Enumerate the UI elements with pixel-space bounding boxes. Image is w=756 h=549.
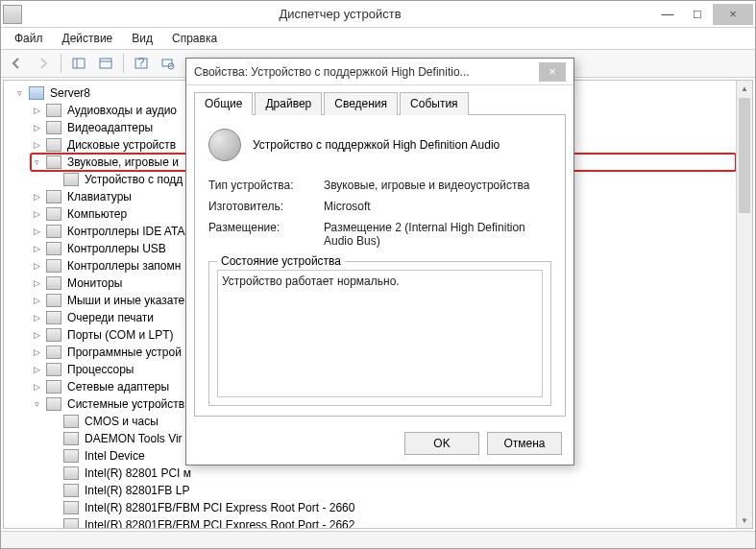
device-status-text[interactable]	[217, 270, 543, 397]
tab-details[interactable]: Сведения	[324, 92, 398, 115]
svg-rect-6	[162, 60, 172, 66]
svg-text:?: ?	[138, 56, 145, 69]
device-icon	[63, 415, 79, 428]
tree-item-label: Контроллеры IDE ATA	[65, 223, 186, 240]
tree-item-label: Intel(R) 82801FB/FBM PCI Express Root Po…	[83, 516, 356, 528]
device-category-icon	[46, 104, 61, 117]
scroll-up-icon[interactable]: ▲	[737, 81, 752, 96]
tab-general[interactable]: Общие	[194, 92, 253, 115]
device-category-icon	[46, 380, 61, 394]
tree-item-label: Контроллеры USB	[65, 240, 168, 257]
menu-action[interactable]: Действие	[55, 30, 121, 47]
status-legend: Состояние устройства	[217, 254, 345, 268]
tree-item-label: Intel(R) 82801FB/FBM PCI Express Root Po…	[83, 499, 356, 516]
expand-icon[interactable]: ▿	[31, 395, 42, 413]
device-category-icon	[46, 311, 61, 324]
expand-icon[interactable]: ▷	[31, 292, 42, 309]
device-icon	[63, 484, 79, 497]
expand-icon[interactable]: ▷	[31, 326, 42, 344]
manufacturer-label: Изготовитель:	[208, 200, 324, 213]
device-category-icon	[46, 190, 61, 203]
tree-item-label: Сетевые адаптеры	[65, 378, 171, 395]
expand-icon[interactable]: ▷	[31, 344, 42, 361]
expand-icon[interactable]: ▷	[31, 361, 42, 378]
tree-item-label: Клавиатуры	[65, 188, 134, 205]
device-icon	[63, 466, 79, 480]
scroll-thumb[interactable]	[739, 98, 750, 213]
tree-item-label: Звуковые, игровые и	[65, 154, 181, 171]
tree-device[interactable]: Intel(R) 82801FB LP	[48, 482, 736, 499]
properties-dialog: Свойства: Устройство с поддержкой High D…	[185, 58, 574, 465]
ok-button[interactable]: OK	[404, 432, 479, 455]
expand-icon[interactable]: ▿	[13, 84, 25, 102]
svg-rect-0	[73, 59, 85, 68]
location-label: Размещение:	[208, 221, 324, 248]
expand-icon[interactable]: ▷	[31, 188, 42, 205]
tree-item-label: Intel(R) 82801 PCI м	[83, 465, 193, 482]
tree-device[interactable]: Intel(R) 82801 PCI м	[48, 465, 736, 482]
expand-icon[interactable]: ▷	[31, 378, 42, 395]
dialog-titlebar: Свойства: Устройство с поддержкой High D…	[186, 59, 573, 85]
tree-item-label: Устройство с подд	[83, 171, 184, 188]
vertical-scrollbar[interactable]: ▲ ▼	[736, 81, 752, 528]
expand-icon[interactable]: ▷	[31, 223, 42, 240]
expand-icon[interactable]: ▷	[31, 119, 42, 136]
expand-icon[interactable]: ▷	[31, 240, 42, 257]
scan-hardware-button[interactable]	[157, 52, 180, 75]
maximize-button[interactable]: □	[683, 4, 712, 25]
tree-item-label: Видеоадаптеры	[65, 119, 155, 136]
device-icon	[63, 173, 79, 186]
app-icon	[3, 5, 22, 24]
expand-icon[interactable]: ▷	[31, 136, 42, 154]
device-category-icon	[46, 397, 61, 411]
expand-icon[interactable]: ▷	[31, 257, 42, 274]
minimize-button[interactable]: —	[653, 4, 682, 25]
expand-icon[interactable]: ▷	[31, 102, 42, 119]
show-hide-tree-button[interactable]	[67, 52, 90, 75]
expand-icon[interactable]: ▿	[31, 154, 42, 171]
tree-device[interactable]: Intel(R) 82801FB/FBM PCI Express Root Po…	[48, 499, 736, 516]
device-category-icon	[46, 328, 61, 342]
tree-item-label: Системные устройств	[65, 395, 186, 413]
window-title: Диспетчер устройств	[28, 7, 652, 21]
tab-events[interactable]: События	[400, 92, 469, 115]
svg-rect-2	[100, 59, 111, 68]
device-category-icon	[46, 155, 61, 169]
tree-device[interactable]: Intel(R) 82801FB/FBM PCI Express Root Po…	[48, 516, 736, 528]
tree-item-label: CMOS и часы	[83, 413, 160, 430]
properties-button[interactable]	[94, 52, 117, 75]
computer-icon	[29, 86, 44, 100]
tree-item-label: Дисковые устройств	[65, 136, 178, 154]
expand-icon[interactable]: ▷	[31, 309, 42, 326]
menu-help[interactable]: Справка	[164, 30, 225, 47]
tree-item-label: Порты (COM и LPT)	[65, 326, 176, 344]
close-button[interactable]: ×	[713, 4, 753, 25]
expand-icon[interactable]: ▷	[31, 274, 42, 292]
device-icon	[63, 501, 79, 514]
device-category-icon	[46, 346, 61, 359]
forward-button[interactable]	[32, 52, 55, 75]
device-category-icon	[46, 121, 61, 134]
tree-item-label: Компьютер	[65, 205, 129, 223]
speaker-icon	[208, 129, 241, 161]
scroll-down-icon[interactable]: ▼	[737, 513, 752, 528]
dialog-close-button[interactable]: ×	[539, 62, 566, 82]
help-button[interactable]: ?	[130, 52, 153, 75]
device-category-icon	[46, 363, 61, 376]
manufacturer-value: Microsoft	[324, 200, 551, 213]
statusbar	[1, 531, 755, 548]
menu-file[interactable]: Файл	[7, 30, 51, 47]
expand-icon[interactable]: ▷	[31, 205, 42, 223]
location-value: Размещение 2 (Internal High Definition A…	[324, 221, 551, 248]
back-button[interactable]	[5, 52, 28, 75]
device-icon	[63, 432, 79, 445]
tree-item-label: DAEMON Tools Vir	[83, 430, 184, 447]
menubar: Файл Действие Вид Справка	[1, 28, 755, 49]
type-value: Звуковые, игровые и видеоустройства	[324, 179, 551, 192]
device-status-group: Состояние устройства	[208, 261, 551, 406]
tab-driver[interactable]: Драйвер	[255, 92, 322, 115]
cancel-button[interactable]: Отмена	[487, 432, 562, 455]
menu-view[interactable]: Вид	[124, 30, 160, 47]
device-icon	[63, 449, 79, 463]
device-category-icon	[46, 242, 61, 255]
